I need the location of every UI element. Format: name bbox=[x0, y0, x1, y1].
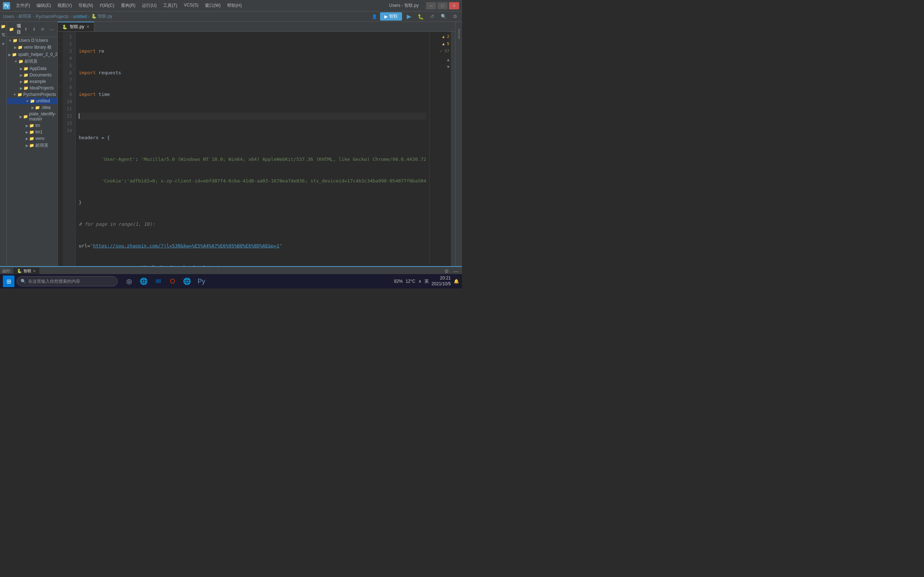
breadcrumb-users[interactable]: Users bbox=[3, 14, 14, 19]
menu-refactor[interactable]: 重构(R) bbox=[118, 2, 139, 10]
menu-file[interactable]: 文件(F) bbox=[13, 2, 33, 10]
bottom-tab-zhilian-label: 智联 bbox=[23, 268, 31, 274]
debug-button[interactable]: 🐛 bbox=[416, 13, 426, 21]
taskbar-browser2[interactable]: 🌐 bbox=[181, 275, 194, 288]
tree-item-ideaprojects[interactable]: ▶ 📁 IdeaProjects bbox=[7, 85, 57, 91]
settings-button[interactable]: ⚙ bbox=[443, 268, 451, 275]
favorites-icon[interactable]: ★ bbox=[0, 40, 6, 47]
tree-item-tm1[interactable]: ▶ 📁 tm1 bbox=[7, 129, 57, 135]
tab-close-icon[interactable]: ✕ bbox=[86, 24, 89, 29]
run-config-button[interactable]: ▶ 智联 bbox=[380, 12, 402, 21]
fold-8[interactable]: ◦ bbox=[58, 84, 63, 91]
close-panel-button[interactable]: — bbox=[452, 268, 460, 275]
tree-item-appdata[interactable]: ▶ 📁 AppData bbox=[7, 65, 57, 72]
tree-close[interactable]: — bbox=[48, 26, 55, 32]
tree-item-users[interactable]: ▼ 📁 Users D:\Users bbox=[7, 37, 57, 44]
menu-vcs[interactable]: VCS(S) bbox=[181, 2, 201, 10]
menu-help[interactable]: 帮助(H) bbox=[224, 2, 245, 10]
fold-5[interactable]: ◦ bbox=[58, 62, 63, 69]
tree-header-folder-icon: 📁 bbox=[9, 27, 14, 32]
tree-item-pycharm[interactable]: ▼ 📁 PycharmProjects bbox=[7, 91, 57, 98]
rerun-button[interactable]: ↺ bbox=[428, 13, 436, 20]
maximize-button[interactable]: □ bbox=[438, 2, 447, 10]
folder-icon-ideaprojects: 📁 bbox=[23, 86, 29, 90]
search-icon: 🔍 bbox=[21, 279, 26, 284]
fold-3[interactable]: ◦ bbox=[58, 48, 63, 55]
bottom-tab-py-icon: 🐍 bbox=[17, 269, 22, 273]
tab-label: 智联.py bbox=[69, 24, 84, 30]
folder-icon-users: 📁 bbox=[13, 38, 18, 43]
folder-icon-idea: 📁 bbox=[35, 105, 40, 110]
menu-edit[interactable]: 编辑(E) bbox=[34, 2, 54, 10]
breadcrumb-file[interactable]: 🐍 智联.py bbox=[91, 13, 112, 19]
breadcrumb-user[interactable]: 郝琪英 bbox=[18, 13, 31, 19]
taskbar-edge[interactable]: 🌐 bbox=[137, 275, 150, 288]
tree-item-haoquiying2[interactable]: ▶ 📁 郝琪英 bbox=[7, 142, 57, 149]
taskbar-search-box[interactable]: 🔍 在这里输入你想搜索的内容 bbox=[16, 276, 118, 286]
taskbar-notification-bell[interactable]: 🔔 bbox=[454, 279, 459, 284]
fold-2[interactable]: ◦ bbox=[58, 40, 63, 48]
tab-py-icon: 🐍 bbox=[62, 24, 68, 29]
tree-item-plate[interactable]: ▶ 📁 plate_idenfify-master bbox=[7, 111, 57, 122]
project-icon[interactable]: 📁 bbox=[0, 23, 6, 29]
sciview-icon[interactable]: SciView bbox=[456, 23, 462, 45]
taskbar-right: 82% 12°C ∧ 英 20:21 2021/10/5 🔔 bbox=[394, 276, 459, 287]
right-gutter: ▲ 2 ▲ 5 ✓ 57 ▲ ▼ bbox=[429, 32, 451, 266]
menu-navigate[interactable]: 导航(N) bbox=[76, 2, 96, 10]
tree-settings[interactable]: ⚙ bbox=[39, 26, 46, 33]
tab-zhilian[interactable]: 🐍 智联.py ✕ bbox=[58, 22, 94, 31]
folder-icon-tm: 📁 bbox=[29, 123, 34, 128]
tree-item-xpath[interactable]: ▶ 📁 xpath_helper_2_0_2 bbox=[7, 51, 57, 58]
tree-item-venv[interactable]: ▶ 📁 venv library 根 bbox=[7, 44, 57, 51]
taskbar-office[interactable]: O bbox=[166, 275, 179, 288]
toolbar-search[interactable]: 🔍 bbox=[439, 13, 448, 20]
expand-icon[interactable]: ▼ bbox=[431, 63, 449, 71]
left-sidebar-icons: 📁 🏗 ★ bbox=[0, 22, 7, 266]
taskbar-outlook[interactable]: ✉ bbox=[152, 275, 165, 288]
tree-item-haoquiying[interactable]: ▼ 📁 郝琪英 bbox=[7, 58, 57, 65]
tree-expand-all[interactable]: ⬇ bbox=[31, 26, 37, 33]
menu-run[interactable]: 运行(U) bbox=[139, 2, 160, 10]
tree-item-tm[interactable]: ▶ 📁 tm bbox=[7, 122, 57, 129]
menu-code[interactable]: 代码(C) bbox=[97, 2, 117, 10]
breadcrumb-projects[interactable]: PycharmProjects bbox=[36, 14, 69, 19]
window-title: Users - 智联.py bbox=[389, 3, 419, 9]
folder-icon-xpath: 📁 bbox=[12, 52, 17, 57]
tree-item-untitled[interactable]: ▼ 📁 untitled bbox=[7, 98, 57, 104]
taskbar-cortana[interactable]: ◎ bbox=[123, 275, 136, 288]
toolbar-settings[interactable]: ⚙ bbox=[451, 13, 459, 20]
tree-item-idea[interactable]: ▶ 📁 .idea bbox=[7, 104, 57, 111]
menu-view[interactable]: 视图(V) bbox=[55, 2, 75, 10]
collapse-icon[interactable]: ▲ bbox=[431, 56, 449, 63]
taskbar: ⊞ 🔍 在这里输入你想搜索的内容 ◎ 🌐 ✉ O 🌐 Py 82% 12°C ∧… bbox=[0, 274, 462, 288]
minimize-button[interactable]: ─ bbox=[426, 2, 436, 10]
fold-1[interactable]: ◦ bbox=[58, 33, 63, 40]
breadcrumb-untitled[interactable]: untitled bbox=[73, 14, 87, 19]
tree-item-example[interactable]: ▶ 📁 example bbox=[7, 78, 57, 85]
breadcrumb-actions: 👤 ▶ 智联 ▶ 🐛 ↺ 🔍 ⚙ bbox=[372, 12, 459, 21]
url-link[interactable]: https://sou.zhaopin.com/?jl=530&kw=%E5%A… bbox=[93, 243, 279, 248]
code-content[interactable]: import re import requests import time he… bbox=[76, 32, 429, 266]
taskbar-pycharm[interactable]: Py bbox=[195, 275, 208, 288]
tree-label-tm: tm bbox=[36, 123, 40, 128]
tree-label-appdata: AppData bbox=[30, 66, 47, 71]
close-button[interactable]: ✕ bbox=[449, 2, 459, 10]
taskbar-language[interactable]: 英 bbox=[425, 279, 429, 285]
tree-label-idea: .idea bbox=[41, 105, 50, 110]
editor-scrollbar[interactable] bbox=[451, 32, 455, 266]
fold-7 bbox=[58, 76, 63, 84]
code-line-4 bbox=[79, 113, 426, 120]
bottom-tab-zhilian[interactable]: 🐍 智联 ✕ bbox=[13, 268, 39, 274]
hint-count: ✓ 57 bbox=[431, 48, 449, 55]
menu-tools[interactable]: 工具(T) bbox=[160, 2, 180, 10]
bottom-tab-close-icon[interactable]: ✕ bbox=[33, 269, 36, 273]
code-editor[interactable]: ◦ ◦ ◦ ◦ ◦ 1 2 3 4 5 6 7 bbox=[58, 32, 455, 266]
run-play-button[interactable]: ▶ bbox=[405, 12, 413, 21]
file-tree: 📁 项目 ⬆ ⬇ ⚙ — ▼ 📁 Users D:\Users ▶ 📁 venv… bbox=[7, 22, 58, 266]
menu-window[interactable]: 窗口(W) bbox=[202, 2, 223, 10]
tree-collapse-all[interactable]: ⬆ bbox=[23, 26, 29, 33]
windows-start-button[interactable]: ⊞ bbox=[3, 276, 15, 287]
tree-item-venv2[interactable]: ▶ 📁 venv bbox=[7, 135, 57, 142]
structure-icon[interactable]: 🏗 bbox=[0, 32, 6, 38]
tree-item-documents[interactable]: ▶ 📁 Documents bbox=[7, 72, 57, 78]
